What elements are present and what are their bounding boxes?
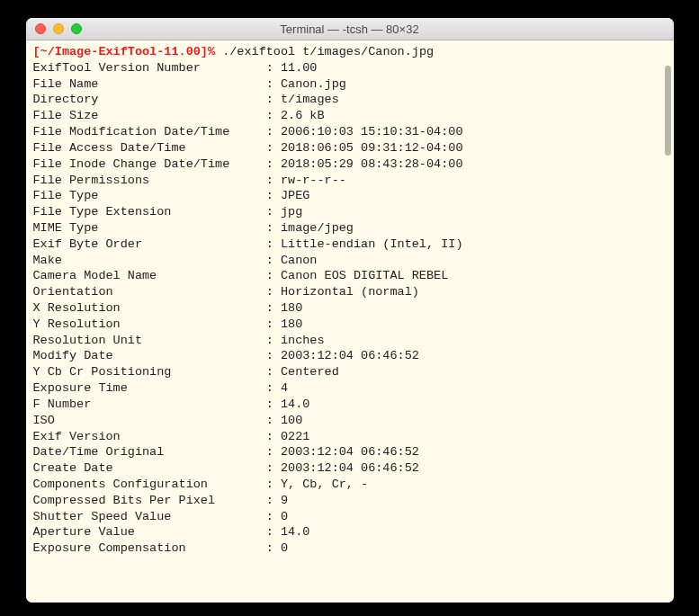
output-row: Create Date : 2003:12:04 06:46:52 <box>33 460 667 477</box>
maximize-icon[interactable] <box>71 23 82 34</box>
output-row: File Size : 2.6 kB <box>33 108 667 124</box>
terminal-window: Terminal — -tcsh — 80×32 [~/Image-ExifTo… <box>26 18 674 603</box>
terminal-body[interactable]: [~/Image-ExifTool-11.00]% ./exiftool t/i… <box>26 40 674 603</box>
output-row: Modify Date : 2003:12:04 06:46:52 <box>33 348 667 364</box>
close-icon[interactable] <box>35 23 46 34</box>
output-row: Camera Model Name : Canon EOS DIGITAL RE… <box>33 268 667 284</box>
output-row: ExifTool Version Number : 11.00 <box>33 60 667 76</box>
output-row: File Inode Change Date/Time : 2018:05:29… <box>33 156 667 173</box>
output-row: Exposure Time : 4 <box>33 380 667 397</box>
output-row: Make : Canon <box>33 253 667 269</box>
output-row: ISO : 100 <box>33 413 667 429</box>
prompt-line: [~/Image-ExifTool-11.00]% ./exiftool t/i… <box>33 44 667 60</box>
output-row: Resolution Unit : inches <box>33 333 667 349</box>
minimize-icon[interactable] <box>53 23 64 34</box>
output-row: Orientation : Horizontal (normal) <box>33 284 667 300</box>
terminal-output: ExifTool Version Number : 11.00File Name… <box>33 60 667 557</box>
titlebar: Terminal — -tcsh — 80×32 <box>26 18 674 40</box>
output-row: Y Cb Cr Positioning : Centered <box>33 364 667 380</box>
output-row: Exif Byte Order : Little-endian (Intel, … <box>33 237 667 253</box>
output-row: File Access Date/Time : 2018:06:05 09:31… <box>33 140 667 156</box>
output-row: Exposure Compensation : 0 <box>33 540 667 557</box>
output-row: MIME Type : image/jpeg <box>33 220 667 237</box>
scrollbar[interactable] <box>665 66 671 156</box>
output-row: Shutter Speed Value : 0 <box>33 509 667 525</box>
window-title: Terminal — -tcsh — 80×32 <box>26 22 674 36</box>
output-row: Date/Time Original : 2003:12:04 06:46:52 <box>33 444 667 460</box>
output-row: X Resolution : 180 <box>33 300 667 317</box>
output-row: F Number : 14.0 <box>33 397 667 413</box>
prompt-path: [~/Image-ExifTool-11.00]% <box>33 45 216 58</box>
output-row: File Type Extension : jpg <box>33 204 667 220</box>
output-row: Exif Version : 0221 <box>33 429 667 445</box>
output-row: Aperture Value : 14.0 <box>33 524 667 540</box>
prompt-command: ./exiftool t/images/Canon.jpg <box>215 45 434 58</box>
output-row: Components Configuration : Y, Cb, Cr, - <box>33 477 667 493</box>
output-row: File Type : JPEG <box>33 188 667 204</box>
output-row: File Name : Canon.jpg <box>33 76 667 93</box>
output-row: Y Resolution : 180 <box>33 317 667 333</box>
output-row: Compressed Bits Per Pixel : 9 <box>33 493 667 509</box>
output-row: File Permissions : rw-r--r-- <box>33 173 667 189</box>
output-row: Directory : t/images <box>33 92 667 108</box>
traffic-lights <box>26 23 82 34</box>
output-row: File Modification Date/Time : 2006:10:03… <box>33 124 667 140</box>
